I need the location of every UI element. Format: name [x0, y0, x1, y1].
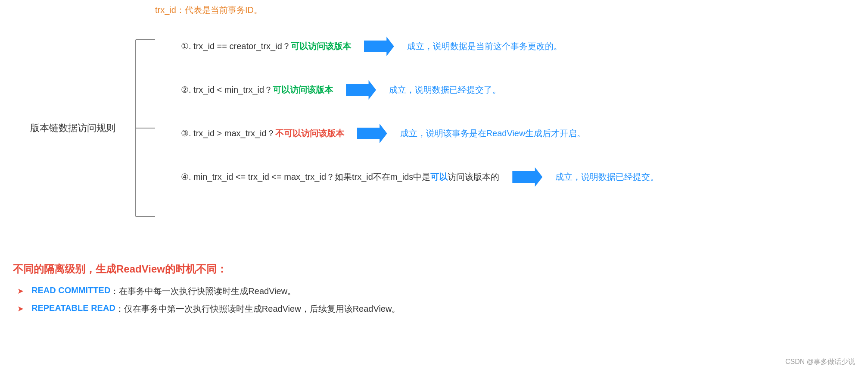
arrow-1 — [364, 37, 394, 56]
rule-prefix-2: ②. trx_id < min_trx_id？ — [181, 85, 273, 94]
rule-prefix-3: ③. trx_id > max_trx_id？ — [181, 129, 275, 138]
isolation-text-1: ：在事务中每一次执行快照读时生成ReadView。 — [110, 285, 296, 297]
rules-container: ①. trx_id == creator_trx_id？可以访问该版本 成立，说… — [181, 25, 855, 199]
rule-highlight-1: 可以访问该版本 — [291, 41, 351, 51]
bracket-label: 版本链数据访问规则 — [30, 122, 115, 135]
isolation-keyword-2: REPEATABLE READ — [31, 303, 115, 313]
watermark: CSDN @事多做话少说 — [785, 357, 855, 367]
rule-row-4: ④. min_trx_id <= trx_id <= max_trx_id？如果… — [181, 155, 855, 199]
rule-text-1: ①. trx_id == creator_trx_id？可以访问该版本 — [181, 41, 351, 52]
rule-prefix-4: ④. min_trx_id <= trx_id <= max_trx_id？如果… — [181, 172, 430, 182]
rule-text-2: ②. trx_id < min_trx_id？可以访问该版本 — [181, 84, 333, 96]
rule-row-3: ③. trx_id > max_trx_id？不可以访问该版本 成立，说明该事务… — [181, 112, 855, 155]
arrow-4 — [512, 167, 542, 187]
arrow-3 — [357, 124, 387, 143]
result-text-3: 成立，说明该事务是在ReadView生成后才开启。 — [400, 128, 586, 139]
isolation-item-1: READ COMMITTED：在事务中每一次执行快照读时生成ReadView。 — [13, 285, 855, 297]
isolation-list: READ COMMITTED：在事务中每一次执行快照读时生成ReadView。 … — [13, 285, 855, 315]
rule-row-2: ②. trx_id < min_trx_id？可以访问该版本 成立，说明数据已经… — [181, 68, 855, 112]
isolation-item-2: REPEATABLE READ：仅在事务中第一次执行快照读时生成ReadView… — [13, 303, 855, 315]
result-text-2: 成立，说明数据已经提交了。 — [389, 84, 501, 96]
result-text-4: 成立，说明数据已经提交。 — [555, 171, 659, 183]
isolation-section: 不同的隔离级别，生成ReadView的时机不同： READ COMMITTED：… — [13, 262, 855, 315]
isolation-title: 不同的隔离级别，生成ReadView的时机不同： — [13, 262, 855, 276]
rule-prefix-1: ①. trx_id == creator_trx_id？ — [181, 41, 291, 51]
isolation-keyword-1: READ COMMITTED — [31, 285, 110, 295]
arrow-2 — [346, 80, 376, 100]
diagram-area: 版本链数据访问规则 ①. trx_id == creator_trx_id？可以… — [22, 25, 855, 232]
top-title: trx_id：代表是当前事务ID。 — [155, 4, 855, 16]
section-divider — [13, 249, 855, 249]
rule-text-3: ③. trx_id > max_trx_id？不可以访问该版本 — [181, 128, 344, 139]
rule-highlight-3: 不可以访问该版本 — [275, 129, 344, 138]
rule-text-4: ④. min_trx_id <= trx_id <= max_trx_id？如果… — [181, 171, 499, 183]
isolation-text-2: ：仅在事务中第一次执行快照读时生成ReadView，后续复用该ReadView。 — [115, 303, 401, 315]
rule-suffix-4: 访问该版本的 — [448, 172, 499, 182]
rule-row-1: ①. trx_id == creator_trx_id？可以访问该版本 成立，说… — [181, 25, 855, 68]
rule-highlight-4: 可以 — [430, 172, 448, 182]
bracket-svg — [131, 29, 157, 227]
rule-highlight-2: 可以访问该版本 — [273, 85, 333, 94]
result-text-1: 成立，说明数据是当前这个事务更改的。 — [407, 41, 562, 52]
